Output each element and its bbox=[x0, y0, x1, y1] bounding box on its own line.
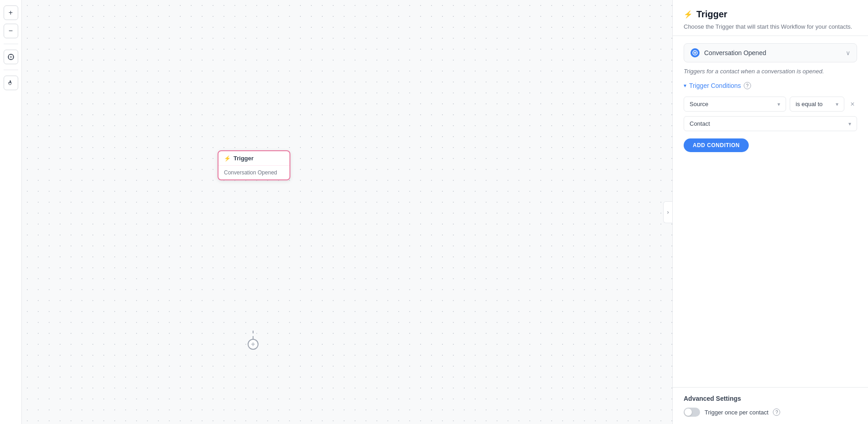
trigger-node[interactable]: ⚡ Trigger Conversation Opened bbox=[218, 150, 290, 180]
pan-button[interactable] bbox=[4, 76, 18, 90]
node-connector: + bbox=[248, 331, 259, 424]
advanced-help-icon[interactable]: ? bbox=[773, 409, 780, 416]
condition-value-chevron-icon: ▾ bbox=[848, 121, 851, 127]
panel-title-text: Trigger bbox=[696, 9, 727, 20]
condition-field-label: Source bbox=[690, 101, 708, 107]
conditions-toggle[interactable]: ▾ Trigger Conditions ? bbox=[684, 82, 857, 89]
condition-field-select[interactable]: Source ▾ bbox=[684, 97, 786, 112]
condition-value-select[interactable]: Contact ▾ bbox=[684, 116, 857, 131]
condition-operator-label: is equal to bbox=[796, 101, 822, 107]
conditions-chevron-icon: ▾ bbox=[684, 82, 686, 89]
zoom-in-button[interactable]: + bbox=[4, 5, 18, 20]
connector-line bbox=[253, 331, 254, 339]
bolt-icon-panel: ⚡ bbox=[684, 10, 693, 19]
panel-body: Conversation Opened ∨ Triggers for a con… bbox=[673, 36, 868, 387]
trigger-node-body: Conversation Opened bbox=[218, 166, 289, 179]
toolbar-divider-2 bbox=[4, 70, 18, 70]
collapse-chevron-icon: › bbox=[667, 209, 669, 215]
condition-operator-chevron-icon: ▾ bbox=[836, 101, 838, 107]
canvas: ⚡ Trigger Conversation Opened + › bbox=[22, 0, 672, 424]
trigger-node-header: ⚡ Trigger bbox=[218, 151, 289, 166]
trigger-once-toggle[interactable] bbox=[684, 408, 700, 417]
trigger-selector-label: Conversation Opened bbox=[704, 49, 841, 56]
conditions-label: Trigger Conditions bbox=[689, 82, 741, 89]
trigger-selector-chevron-icon: ∨ bbox=[846, 49, 850, 56]
toolbar: + − bbox=[0, 0, 22, 424]
add-condition-button[interactable]: ADD CONDITION bbox=[684, 138, 749, 152]
advanced-settings: Advanced Settings Trigger once per conta… bbox=[673, 387, 868, 424]
panel-title: ⚡ Trigger bbox=[684, 9, 857, 20]
condition-value-row: Contact ▾ bbox=[684, 116, 857, 131]
panel-subtitle: Choose the Trigger that will start this … bbox=[684, 23, 857, 30]
condition-field-chevron-icon: ▾ bbox=[777, 101, 780, 107]
svg-point-1 bbox=[10, 56, 11, 58]
panel-header: ⚡ Trigger Choose the Trigger that will s… bbox=[673, 0, 868, 36]
trigger-once-label: Trigger once per contact bbox=[705, 409, 768, 416]
toggle-thumb bbox=[685, 409, 692, 416]
bolt-icon-node: ⚡ bbox=[224, 155, 231, 162]
condition-remove-button[interactable]: × bbox=[848, 100, 857, 109]
condition-value-label: Contact bbox=[690, 120, 710, 127]
right-panel: ⚡ Trigger Choose the Trigger that will s… bbox=[672, 0, 868, 424]
trigger-selector[interactable]: Conversation Opened ∨ bbox=[684, 43, 857, 62]
toolbar-divider bbox=[4, 44, 18, 44]
condition-operator-select[interactable]: is equal to ▾ bbox=[790, 97, 844, 112]
trigger-node-type: Conversation Opened bbox=[224, 169, 277, 176]
panel-collapse-button[interactable]: › bbox=[663, 201, 672, 223]
trigger-selector-icon bbox=[690, 48, 700, 57]
trigger-node-title: Trigger bbox=[233, 155, 254, 162]
fit-view-button[interactable] bbox=[4, 50, 18, 64]
zoom-out-button[interactable]: − bbox=[4, 24, 18, 38]
conditions-help-icon[interactable]: ? bbox=[744, 82, 751, 89]
trigger-description: Triggers for a contact when a conversati… bbox=[684, 68, 857, 75]
add-step-button[interactable]: + bbox=[248, 339, 259, 350]
advanced-toggle-row: Trigger once per contact ? bbox=[684, 408, 857, 417]
condition-row: Source ▾ is equal to ▾ × bbox=[684, 97, 857, 112]
advanced-settings-title: Advanced Settings bbox=[684, 395, 857, 402]
